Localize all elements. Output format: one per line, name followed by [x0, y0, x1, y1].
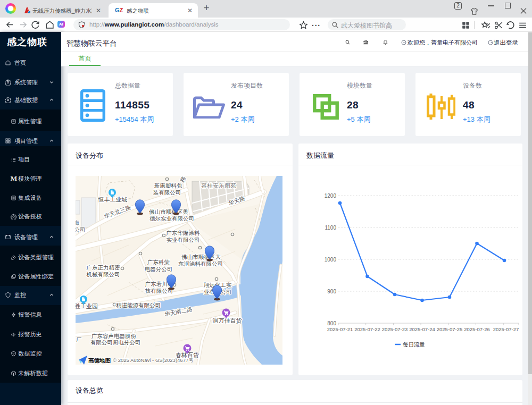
svg-text:德尔实业有限公司: 德尔实业有限公司	[149, 215, 194, 222]
svg-text:东润涂料有限公司: 东润涂料有限公司	[178, 260, 223, 267]
svg-text:有限公司厨电分公司: 有限公司厨电分公司	[90, 339, 141, 345]
svg-text:1000: 1000	[325, 257, 337, 263]
svg-text:高德地图: 高德地图	[88, 357, 111, 364]
svg-text:装有限公司: 装有限公司	[153, 189, 181, 196]
svg-text:每日流量: 每日流量	[403, 341, 425, 348]
svg-text:2025-07-25: 2025-07-25	[437, 326, 463, 332]
svg-text:广东科荣: 广东科荣	[147, 259, 170, 265]
svg-text:润万佳百货: 润万佳百货	[213, 317, 242, 324]
svg-text:机械有限公司: 机械有限公司	[87, 271, 120, 277]
svg-text:电器分公司: 电器分公司	[145, 266, 173, 272]
svg-text:广东正力精密: 广东正力精密	[87, 264, 121, 271]
svg-text:2025-07-21: 2025-07-21	[327, 326, 353, 332]
svg-text:新康塑料包: 新康塑料包	[154, 182, 182, 189]
svg-text:2025-07-26: 2025-07-26	[464, 326, 490, 332]
svg-text:厂: 厂	[76, 336, 82, 343]
svg-text:2025-07-24: 2025-07-24	[409, 326, 435, 332]
svg-text:2025-07-22: 2025-07-22	[354, 326, 380, 332]
svg-text:精进能源有限公司: 精进能源有限公司	[116, 302, 161, 308]
svg-text:2025-07-23: 2025-07-23	[382, 326, 408, 332]
svg-text:广东华隆涂料: 广东华隆涂料	[167, 230, 201, 236]
svg-text:胜工业园: 胜工业园	[76, 303, 98, 309]
svg-text:公司: 公司	[76, 226, 86, 233]
svg-text:900: 900	[327, 289, 336, 294]
svg-text:1200: 1200	[325, 193, 337, 199]
svg-text:实业有限公司: 实业有限公司	[167, 237, 200, 243]
svg-text:© 2025 AutoNavi - GS(2023)4677: © 2025 AutoNavi - GS(2023)4677号	[113, 357, 194, 363]
svg-text:海: 海	[76, 220, 80, 226]
svg-text:广东容声电器股份: 广东容声电器股份	[92, 333, 137, 339]
svg-text:1100: 1100	[325, 225, 336, 231]
svg-text:容桂安乐阁苑: 容桂安乐阁苑	[201, 182, 236, 189]
svg-text:佛山市顺德区大: 佛山市顺德区大	[181, 254, 221, 260]
svg-text:2025-07-27: 2025-07-27	[493, 326, 519, 332]
svg-text:佛山市顺德区奥: 佛山市顺德区奥	[148, 208, 188, 215]
svg-text:800: 800	[327, 320, 336, 326]
